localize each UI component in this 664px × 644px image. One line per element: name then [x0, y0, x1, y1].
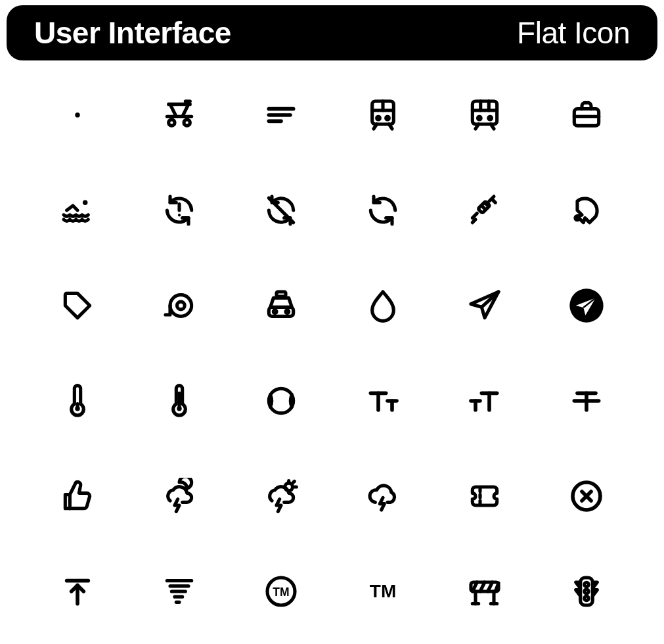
svg-point-45	[286, 310, 289, 313]
tram-icon	[464, 95, 505, 135]
svg-line-34	[493, 199, 496, 202]
svg-text:TM: TM	[370, 581, 396, 601]
day-storm-icon	[261, 476, 301, 517]
svg-text:TM: TM	[273, 586, 289, 599]
subway-icon	[363, 95, 403, 135]
text-align-left-icon	[261, 95, 301, 135]
swimming-icon	[57, 190, 98, 231]
tag-icon	[57, 285, 98, 326]
svg-point-28	[83, 200, 87, 204]
dot-icon	[57, 95, 98, 135]
header-title-left: User Interface	[34, 15, 231, 51]
svg-point-95	[585, 596, 589, 601]
send-outline-icon	[464, 285, 505, 326]
sync-alert-icon	[159, 190, 200, 231]
svg-point-44	[273, 310, 277, 313]
svg-line-38	[485, 202, 488, 206]
svg-line-37	[482, 206, 485, 209]
night-storm-icon	[159, 476, 200, 517]
svg-point-23	[489, 116, 492, 120]
svg-point-22	[478, 116, 481, 120]
svg-point-40	[170, 294, 192, 316]
svg-point-0	[76, 114, 78, 116]
trademark-icon: TM	[363, 571, 403, 612]
svg-point-41	[177, 302, 185, 310]
svg-rect-18	[473, 101, 497, 124]
barrier-icon	[464, 571, 505, 612]
svg-point-93	[585, 582, 589, 587]
svg-line-36	[473, 219, 476, 223]
sync-off-icon	[261, 190, 301, 231]
svg-point-15	[386, 116, 389, 120]
trademark-circle-icon: TM	[261, 571, 301, 612]
svg-point-6	[168, 120, 174, 126]
svg-point-7	[184, 120, 190, 126]
text-size-decrease-icon	[363, 380, 403, 421]
water-drop-icon	[363, 285, 403, 326]
table-tennis-icon	[566, 190, 607, 231]
svg-point-39	[574, 214, 581, 221]
taxi-icon	[261, 285, 301, 326]
refresh-icon	[363, 190, 403, 231]
svg-rect-42	[277, 292, 286, 296]
thumbs-up-icon	[57, 476, 98, 517]
upload-icon	[57, 571, 98, 612]
thermometer-cold-icon	[57, 380, 98, 421]
svg-point-94	[585, 589, 589, 593]
icon-grid: TM TM	[0, 60, 664, 639]
tennis-ball-icon	[261, 380, 301, 421]
tape-measure-icon	[159, 285, 200, 326]
thermometer-hot-icon	[159, 380, 200, 421]
svg-line-68	[294, 481, 295, 482]
tornado-icon	[159, 571, 200, 612]
header-title-right: Flat Icon	[517, 15, 630, 51]
strikethrough-icon	[566, 380, 607, 421]
header-bar: User Interface Flat Icon	[7, 5, 657, 60]
svg-point-30	[178, 214, 181, 216]
svg-line-4	[182, 104, 188, 116]
svg-line-35	[473, 213, 477, 218]
svg-point-14	[377, 116, 380, 120]
send-filled-icon	[566, 285, 607, 326]
close-circle-icon	[566, 476, 607, 517]
cloud-lightning-icon	[363, 476, 403, 517]
syringe-icon	[464, 190, 505, 231]
trolley-icon	[159, 95, 200, 135]
svg-line-3	[170, 104, 176, 116]
ticket-icon	[464, 476, 505, 517]
text-size-increase-icon	[464, 380, 505, 421]
briefcase-icon	[566, 95, 607, 135]
traffic-light-icon	[566, 571, 607, 612]
